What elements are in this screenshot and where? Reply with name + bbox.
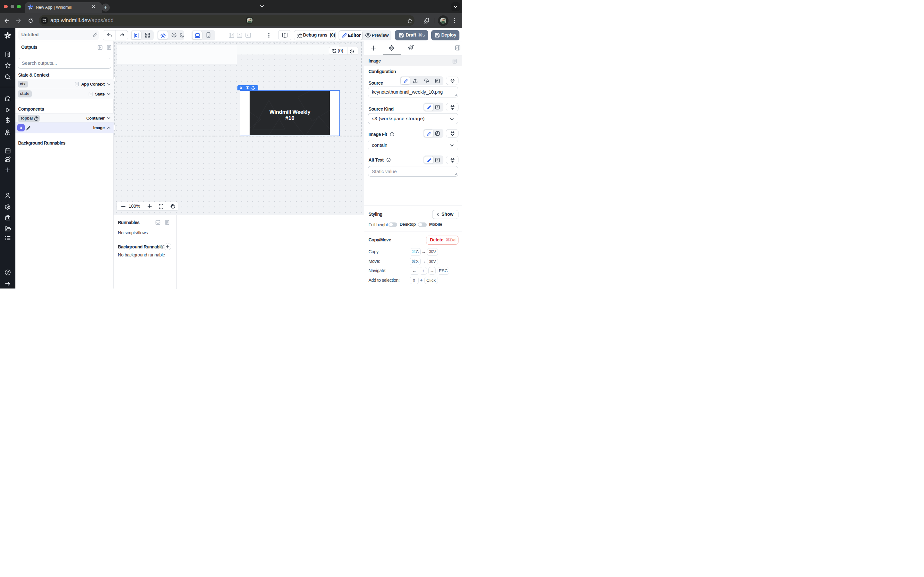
svg-text:#10: #10 (285, 115, 294, 121)
svg-text:Windmill Weekly: Windmill Weekly (270, 109, 311, 115)
